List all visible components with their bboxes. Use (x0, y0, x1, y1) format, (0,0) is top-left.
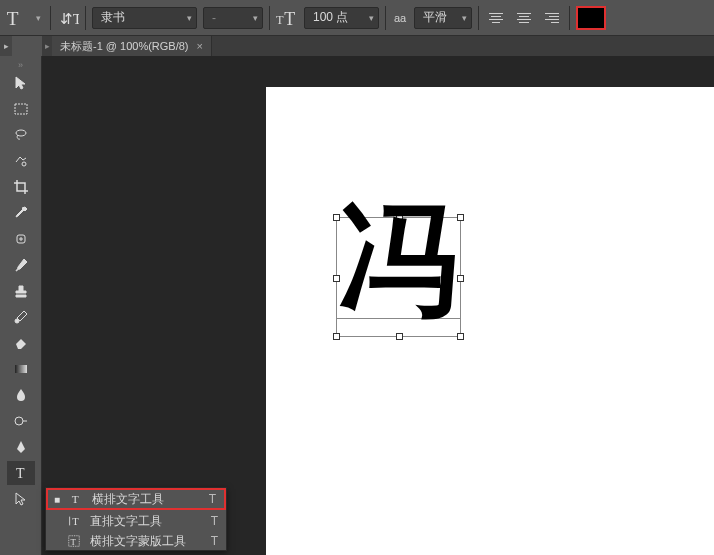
text-color-swatch[interactable] (576, 6, 606, 30)
dodge-tool[interactable] (7, 409, 35, 433)
type-icon: T (68, 492, 84, 506)
text-orientation-toggle[interactable]: ⇵T (57, 7, 79, 29)
svg-text:T: T (7, 7, 19, 28)
svg-text:T: T (71, 537, 77, 547)
handle-ne[interactable] (457, 214, 464, 221)
vertical-type-icon: T (66, 514, 82, 528)
healing-brush-tool[interactable] (7, 227, 35, 251)
expand-panels-button[interactable]: ▸ (0, 36, 12, 56)
font-size-dropdown[interactable]: 100 点▾ (304, 7, 379, 29)
document-tab-title: 未标题-1 @ 100%(RGB/8) (60, 39, 189, 54)
handle-e[interactable] (457, 275, 464, 282)
document-tab[interactable]: 未标题-1 @ 100%(RGB/8) × (52, 36, 212, 56)
pen-tool[interactable] (7, 435, 35, 459)
canvas-text[interactable]: 冯 (338, 202, 458, 322)
eyedropper-tool[interactable] (7, 201, 35, 225)
brush-tool[interactable] (7, 253, 35, 277)
gradient-tool[interactable] (7, 357, 35, 381)
handle-se[interactable] (457, 333, 464, 340)
tools-grip[interactable]: » (0, 60, 41, 70)
flyout-horizontal-type[interactable]: ■ T 横排文字工具 T (46, 488, 226, 510)
flyout-shortcut: T (211, 514, 218, 528)
align-left-button[interactable] (485, 7, 507, 29)
flyout-vertical-type[interactable]: T 直排文字工具 T (46, 510, 226, 532)
font-style-value: - (212, 11, 216, 25)
flyout-horizontal-mask-type[interactable]: T 横排文字蒙版工具 T (46, 532, 226, 550)
svg-text:T: T (284, 8, 295, 28)
type-tool-flyout: ■ T 横排文字工具 T T 直排文字工具 T T 横排文字蒙版工具 T (45, 487, 227, 551)
eraser-tool[interactable] (7, 331, 35, 355)
lasso-tool[interactable] (7, 123, 35, 147)
svg-point-8 (15, 319, 19, 323)
svg-rect-4 (15, 104, 27, 114)
align-right-button[interactable] (541, 7, 563, 29)
history-brush-tool[interactable] (7, 305, 35, 329)
move-tool[interactable] (7, 71, 35, 95)
flyout-shortcut: T (209, 492, 216, 506)
marquee-tool[interactable] (7, 97, 35, 121)
antialias-icon: aa (392, 7, 408, 29)
active-indicator: ■ (54, 494, 60, 505)
close-tab-button[interactable]: × (197, 40, 203, 52)
type-mask-icon: T (66, 534, 82, 548)
stamp-tool[interactable] (7, 279, 35, 303)
font-family-dropdown[interactable]: 隶书▾ (92, 7, 197, 29)
antialias-dropdown[interactable]: 平滑▾ (414, 7, 472, 29)
font-size-value: 100 点 (313, 9, 348, 26)
flyout-label: 横排文字工具 (92, 491, 164, 508)
quick-select-tool[interactable] (7, 149, 35, 173)
tabbar-grip: ▸ (42, 36, 52, 56)
separator (385, 6, 386, 30)
dropdown-arrow-icon[interactable]: ▾ (32, 7, 44, 29)
svg-text:⇵T: ⇵T (60, 10, 79, 26)
crop-tool[interactable] (7, 175, 35, 199)
blur-tool[interactable] (7, 383, 35, 407)
separator (269, 6, 270, 30)
svg-text:T: T (72, 493, 79, 505)
svg-text:T: T (276, 12, 284, 26)
svg-point-6 (22, 162, 26, 166)
flyout-label: 横排文字蒙版工具 (90, 533, 186, 550)
flyout-shortcut: T (211, 534, 218, 548)
font-style-dropdown[interactable]: -▾ (203, 7, 263, 29)
type-tool[interactable]: T (7, 461, 35, 485)
separator (85, 6, 86, 30)
flyout-label: 直排文字工具 (90, 513, 162, 530)
svg-text:T: T (16, 466, 25, 481)
handle-s[interactable] (396, 333, 403, 340)
font-family-value: 隶书 (101, 9, 125, 26)
separator (478, 6, 479, 30)
separator (569, 6, 570, 30)
tools-panel: » T (0, 56, 42, 555)
svg-text:T: T (72, 516, 79, 527)
align-center-button[interactable] (513, 7, 535, 29)
handle-sw[interactable] (333, 333, 340, 340)
antialias-value: 平滑 (423, 9, 447, 26)
svg-point-10 (15, 417, 23, 425)
separator (50, 6, 51, 30)
canvas-area[interactable]: 冯 (42, 56, 714, 555)
svg-rect-9 (15, 365, 27, 373)
font-size-icon: TT (276, 7, 298, 29)
type-tool-indicator: T (4, 7, 26, 29)
document-canvas[interactable]: 冯 (266, 87, 714, 555)
path-select-tool[interactable] (7, 487, 35, 511)
